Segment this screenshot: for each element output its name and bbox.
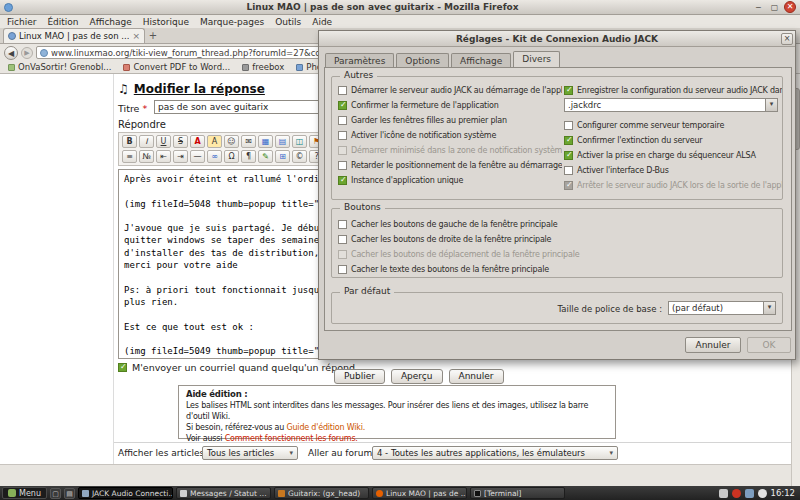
image-icon[interactable]: ◫ xyxy=(292,135,307,148)
bookmark-freebox[interactable]: freebox xyxy=(242,62,284,72)
checkbox-alsa-sequencer[interactable]: Activer la prise en charge du séquenceur… xyxy=(564,150,782,161)
checkbox-box[interactable] xyxy=(338,176,347,185)
checkbox-box[interactable] xyxy=(564,121,573,130)
firefox-titlebar[interactable]: Linux MAO | pas de son avec guitarix - M… xyxy=(0,0,800,15)
update-notifier-icon[interactable] xyxy=(732,489,741,498)
menu-affichage[interactable]: Affichage xyxy=(90,17,132,27)
link-icon[interactable]: ∞ xyxy=(207,150,222,163)
checkbox-systray-icon[interactable]: Activer l'icône de notification système xyxy=(338,130,562,141)
tab-close-icon[interactable]: × xyxy=(132,31,140,41)
checkbox-box[interactable] xyxy=(338,101,347,110)
chevron-down-icon[interactable]: ▾ xyxy=(763,302,775,314)
dialog-close-button[interactable]: × xyxy=(781,33,793,45)
dialog-ok-button[interactable]: OK xyxy=(747,337,791,353)
task-terminal[interactable]: [Terminal] xyxy=(470,487,565,499)
table-row-icon[interactable]: ▤ xyxy=(275,135,290,148)
dialog-titlebar[interactable]: Réglages - Kit de Connexion Audio JACK × xyxy=(319,31,795,47)
highlight-icon[interactable]: A xyxy=(207,135,222,148)
task-firefox[interactable]: Linux MAO | pas de ... xyxy=(372,487,467,499)
checkbox-start-jack-on-startup[interactable]: Démarrer le serveur audio JACK au démarr… xyxy=(338,85,562,96)
checkbox-box[interactable] xyxy=(564,151,573,160)
special-char-icon[interactable]: Ω xyxy=(224,150,239,163)
checkbox-hide-right-buttons[interactable]: Cacher les boutons de droite de la fenêt… xyxy=(338,234,778,245)
insert-table-icon[interactable]: ⊞ xyxy=(275,150,290,163)
file-manager-icon[interactable]: ▤ xyxy=(64,488,75,499)
network-icon[interactable] xyxy=(745,489,754,498)
checkbox-keep-child-windows[interactable]: Garder les fenêtres filles au premier pl… xyxy=(338,115,562,126)
font-color-icon[interactable]: A xyxy=(190,135,205,148)
checkbox-box[interactable] xyxy=(564,86,573,95)
maximize-button[interactable]: ▢ xyxy=(768,2,781,13)
bookmark-convert-pdf[interactable]: Convert PDF to Word... xyxy=(123,62,230,72)
bullet-list-icon[interactable]: ≡ xyxy=(122,150,137,163)
menu-edition[interactable]: Édition xyxy=(47,17,78,27)
task-messages-statut[interactable]: Messages / Statut ... xyxy=(176,487,271,499)
hr-icon[interactable]: — xyxy=(190,150,205,163)
checkbox-box[interactable] xyxy=(338,265,347,274)
wiki-guide-link[interactable]: Guide d'édition Wiki. xyxy=(287,423,366,432)
checkbox-hide-button-text[interactable]: Cacher le texte des boutons de la fenêtr… xyxy=(338,264,778,275)
back-button[interactable]: ◀ xyxy=(4,46,18,60)
checkbox-box[interactable] xyxy=(338,235,347,244)
tab-linuxmao[interactable]: Linux MAO | pas de son ... × xyxy=(3,28,145,43)
tab-divers[interactable]: Divers xyxy=(513,51,560,68)
italic-icon[interactable]: I xyxy=(139,135,154,148)
show-articles-select[interactable]: Tous les articles xyxy=(202,446,298,460)
edit-icon[interactable]: ✎ xyxy=(258,150,273,163)
bookmark-onvasortir[interactable]: OnVaSortir! Grenobl... xyxy=(8,62,111,72)
smiley-icon[interactable]: ☺ xyxy=(224,135,239,148)
mail-icon[interactable]: ✉ xyxy=(241,135,256,148)
checkbox-box[interactable] xyxy=(338,131,347,140)
checkbox-box[interactable] xyxy=(338,116,347,125)
menu-aide[interactable]: Aide xyxy=(312,17,332,27)
forward-button[interactable]: ▶ xyxy=(21,47,33,59)
outdent-icon[interactable]: ⇤ xyxy=(156,150,171,163)
checkbox-confirm-shutdown[interactable]: Confirmer l'extinction du serveur xyxy=(564,135,782,146)
checkbox-temporary-server[interactable]: Configurer comme serveur temporaire xyxy=(564,120,782,131)
chevron-down-icon[interactable]: ▾ xyxy=(765,99,777,111)
checkbox-hide-left-buttons[interactable]: Cacher les boutons de gauche de la fenêt… xyxy=(338,219,778,230)
font-size-combobox[interactable]: (par défaut) ▾ xyxy=(668,301,776,315)
jackdrc-combobox[interactable]: .jackdrc ▾ xyxy=(564,98,778,112)
bold-icon[interactable]: B xyxy=(122,135,137,148)
menu-outils[interactable]: Outils xyxy=(275,17,301,27)
menu-fichier[interactable]: Fichier xyxy=(7,17,36,27)
notify-checkbox-row[interactable]: M'envoyer un courriel quand quelqu'un ré… xyxy=(118,362,355,373)
checkbox-box[interactable] xyxy=(338,86,347,95)
publish-button[interactable]: Publier xyxy=(334,369,385,384)
minimize-button[interactable]: ─ xyxy=(752,2,765,13)
goto-forum-select[interactable]: 4 - Toutes les autres applications, les … xyxy=(372,446,618,460)
clock[interactable]: 16:12 xyxy=(771,488,796,498)
preview-button[interactable]: Aperçu xyxy=(391,369,443,384)
checkbox-delay-window-positioning[interactable]: Retarder le positionnement de la fenêtre… xyxy=(338,160,562,171)
copyright-icon[interactable]: © xyxy=(292,150,307,163)
new-tab-button[interactable]: + xyxy=(145,28,161,43)
cancel-button[interactable]: Annuler xyxy=(449,369,504,384)
task-guitarix[interactable]: Guitarix: (gx_head) xyxy=(274,487,369,499)
checkbox-confirm-close[interactable]: Confirmer la fermeture de l'application xyxy=(338,100,562,111)
volume-icon[interactable] xyxy=(758,489,767,498)
checkbox-save-config[interactable]: Enregistrer la configuration du serveur … xyxy=(564,85,782,96)
show-desktop-icon[interactable]: ▢ xyxy=(50,488,61,499)
checkbox-box[interactable] xyxy=(564,136,573,145)
menu-historique[interactable]: Historique xyxy=(143,17,189,27)
notify-checkbox[interactable] xyxy=(118,363,127,372)
checkbox-single-instance[interactable]: Instance d'application unique xyxy=(338,175,562,186)
menu-button[interactable]: Menu xyxy=(2,487,47,499)
checkbox-box[interactable] xyxy=(338,220,347,229)
checkbox-dbus-interface[interactable]: Activer l'interface D-Bus xyxy=(564,165,782,176)
task-jack-audio[interactable]: JACK Audio Connecti... xyxy=(78,487,173,499)
indent-icon[interactable]: ⇥ xyxy=(173,150,188,163)
numbered-list-icon[interactable]: № xyxy=(139,150,154,163)
tab-parametres[interactable]: Paramètres xyxy=(325,53,394,68)
paragraph-icon[interactable]: ¶ xyxy=(241,150,256,163)
tab-affichage[interactable]: Affichage xyxy=(451,53,511,68)
checkbox-box[interactable] xyxy=(564,166,573,175)
close-button[interactable]: ✕ xyxy=(784,1,796,13)
strikethrough-icon[interactable]: S xyxy=(173,135,188,148)
menu-marque-pages[interactable]: Marque-pages xyxy=(200,17,264,27)
dialog-cancel-button[interactable]: Annuler xyxy=(685,337,741,353)
table-icon[interactable]: ▦ xyxy=(258,135,273,148)
tab-options[interactable]: Options xyxy=(396,53,449,68)
checkbox-box[interactable] xyxy=(338,161,347,170)
